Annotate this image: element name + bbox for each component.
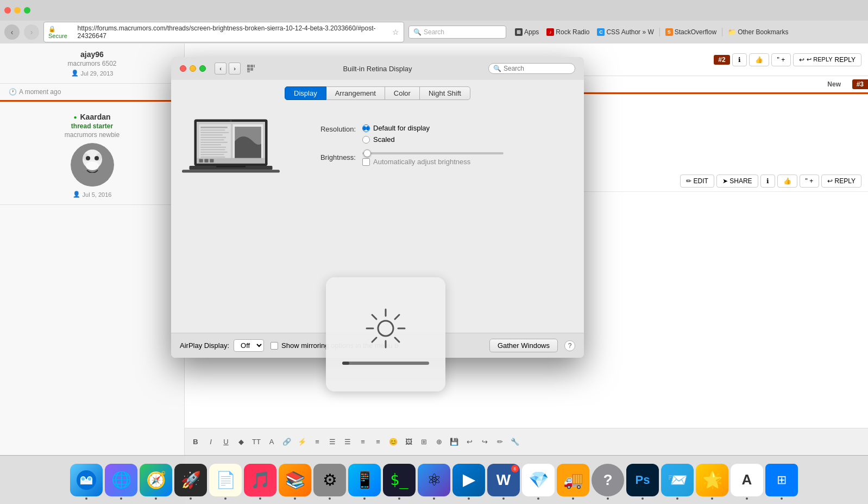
secure-icon: 🔒 Secure xyxy=(48,26,76,39)
dock-appstore[interactable]: 📱 xyxy=(348,464,381,496)
slider-thumb[interactable] xyxy=(363,150,371,157)
gather-windows-button[interactable]: Gather Windows xyxy=(489,339,558,352)
dock-word[interactable]: W 8 xyxy=(487,464,520,496)
bookmark-rock-radio[interactable]: ♪ Rock Radio xyxy=(544,27,592,37)
books-icon: 📚 xyxy=(285,470,305,489)
dialog-maximize[interactable] xyxy=(199,65,206,72)
rock-radio-favicon: ♪ xyxy=(546,28,554,36)
dock-sketch[interactable]: 💎 xyxy=(522,464,555,496)
dock-notes[interactable]: 📄 xyxy=(209,464,242,496)
brightness-slider: Automatically adjust brightness xyxy=(362,152,504,166)
dock: 🌐 🧭 🚀 📄 🎵 📚 ⚙ 📱 $_ ⚛ ▶ W 8 💎 🚚 ? Ps xyxy=(0,455,868,504)
tab-color[interactable]: Color xyxy=(385,86,420,100)
slider-track[interactable] xyxy=(362,152,504,154)
dock-music[interactable]: 🎵 xyxy=(244,464,276,496)
address-bar[interactable]: 🔒 Secure https://forums.macrumors.com/th… xyxy=(43,22,404,42)
settings-gear-icon: ⚙ xyxy=(323,470,337,489)
dock-truck[interactable]: 🚚 xyxy=(557,464,589,496)
tab-bar xyxy=(0,0,868,21)
mirror-checkbox[interactable] xyxy=(271,342,278,350)
dock-help[interactable]: ? xyxy=(592,464,624,496)
svg-rect-25 xyxy=(200,142,228,143)
dock-siri[interactable]: 🌐 xyxy=(105,464,137,496)
back-button[interactable]: ‹ xyxy=(4,24,20,40)
dock-rocket[interactable]: 🚀 xyxy=(174,464,207,496)
dock-spotlight[interactable]: 🌟 xyxy=(696,464,728,496)
dialog-search-input[interactable] xyxy=(504,65,570,72)
dialog-search[interactable]: 🔍 xyxy=(488,63,575,74)
dialog-forward[interactable]: › xyxy=(229,63,241,74)
telegram-icon: 📨 xyxy=(668,470,688,489)
dock-photoshop[interactable]: Ps xyxy=(626,464,659,496)
dialog-close[interactable] xyxy=(180,65,186,72)
resolution-scaled-label: Scaled xyxy=(373,135,395,144)
search-bar[interactable]: 🔍 Search xyxy=(408,26,506,39)
bookmark-other[interactable]: 📁 Other Bookmarks xyxy=(726,27,790,37)
svg-rect-9 xyxy=(250,65,253,67)
word-icon: W xyxy=(496,471,511,489)
resolution-scaled[interactable]: Scaled xyxy=(362,135,430,144)
resolution-radio-group: Default for display Scaled xyxy=(362,124,430,144)
airplay-select[interactable]: Off xyxy=(234,339,264,352)
dock-books[interactable]: 📚 xyxy=(279,464,311,496)
dock-terminal[interactable]: $_ xyxy=(383,464,416,496)
dialog-back[interactable]: ‹ xyxy=(215,63,227,74)
dock-blue-box[interactable]: ⊞ xyxy=(765,464,798,496)
dock-settings[interactable]: ⚙ xyxy=(313,464,346,496)
dock-safari[interactable]: 🧭 xyxy=(140,464,172,496)
css-author-favicon: C xyxy=(597,28,605,36)
svg-rect-40 xyxy=(210,159,213,162)
svg-rect-8 xyxy=(247,65,250,67)
blue-box-icon: ⊞ xyxy=(777,473,787,487)
bookmark-apps[interactable]: ⊞ Apps xyxy=(513,27,541,37)
minimize-button[interactable] xyxy=(14,7,21,14)
dialog-title: Built-in Retina Display xyxy=(343,65,412,73)
resolution-row: Resolution: Default for display xyxy=(307,124,573,144)
vs-icon: ▶ xyxy=(463,471,475,489)
spotlight-icon: 🌟 xyxy=(702,470,722,489)
star-icon[interactable]: ☆ xyxy=(392,28,399,36)
tab-display[interactable]: Display xyxy=(285,86,326,100)
dock-finder[interactable] xyxy=(70,464,103,496)
svg-rect-30 xyxy=(200,154,224,155)
dock-atom[interactable]: ⚛ xyxy=(418,464,450,496)
svg-rect-13 xyxy=(247,71,250,72)
auto-brightness-checkbox[interactable] xyxy=(362,158,370,166)
grid-icon xyxy=(247,64,255,73)
maximize-button[interactable] xyxy=(24,7,30,14)
terminal-icon: $_ xyxy=(390,471,408,489)
tab-arrangement[interactable]: Arrangement xyxy=(326,86,385,100)
bookmark-other-label: Other Bookmarks xyxy=(738,28,788,36)
search-icon: 🔍 xyxy=(413,28,422,36)
search-placeholder: Search xyxy=(424,28,444,36)
dock-font[interactable]: A xyxy=(731,464,763,496)
dock-visual-studio[interactable]: ▶ xyxy=(452,464,485,496)
svg-rect-23 xyxy=(200,137,226,138)
grid-view-button[interactable] xyxy=(245,63,257,74)
sketch-icon: 💎 xyxy=(529,470,549,489)
dialog-minimize[interactable] xyxy=(190,65,196,72)
music-icon: 🎵 xyxy=(250,470,271,489)
folder-icon: 📁 xyxy=(728,28,736,36)
dock-telegram[interactable]: 📨 xyxy=(661,464,694,496)
ps-icon: Ps xyxy=(636,473,650,487)
svg-point-36 xyxy=(230,120,232,122)
brightness-level-bar xyxy=(342,362,429,365)
airplay-row: AirPlay Display: Off xyxy=(180,339,264,352)
svg-rect-27 xyxy=(200,147,226,148)
resolution-default[interactable]: Default for display xyxy=(362,124,430,132)
svg-point-41 xyxy=(378,321,393,336)
bookmark-stackoverflow[interactable]: S StackOverflow xyxy=(663,27,719,37)
brightness-label: Brightness: xyxy=(307,152,356,161)
truck-icon: 🚚 xyxy=(563,470,583,489)
svg-rect-28 xyxy=(200,149,225,150)
radio-fill xyxy=(363,126,366,130)
bookmark-css-author[interactable]: C CSS Author » W xyxy=(595,27,656,37)
dialog-overlay: ‹ › Built-in Retina Display 🔍 xyxy=(0,43,868,504)
close-button[interactable] xyxy=(4,7,11,14)
help-button[interactable]: ? xyxy=(564,340,575,351)
page-background: ajay96 macrumors 6502 👤 Jul 29, 2013 🕐 A… xyxy=(0,43,868,504)
forward-button[interactable]: › xyxy=(24,24,39,40)
tab-night-shift[interactable]: Night Shift xyxy=(420,86,470,100)
display-preview xyxy=(182,113,291,191)
